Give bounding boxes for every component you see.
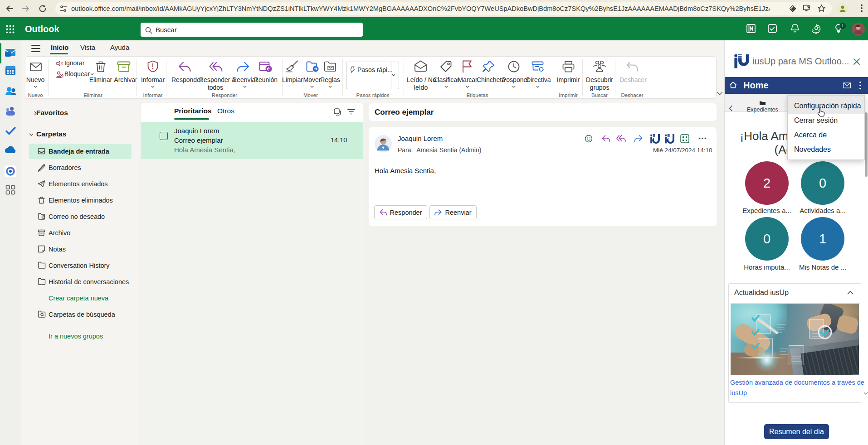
svg-text:1: 1 <box>842 24 844 28</box>
